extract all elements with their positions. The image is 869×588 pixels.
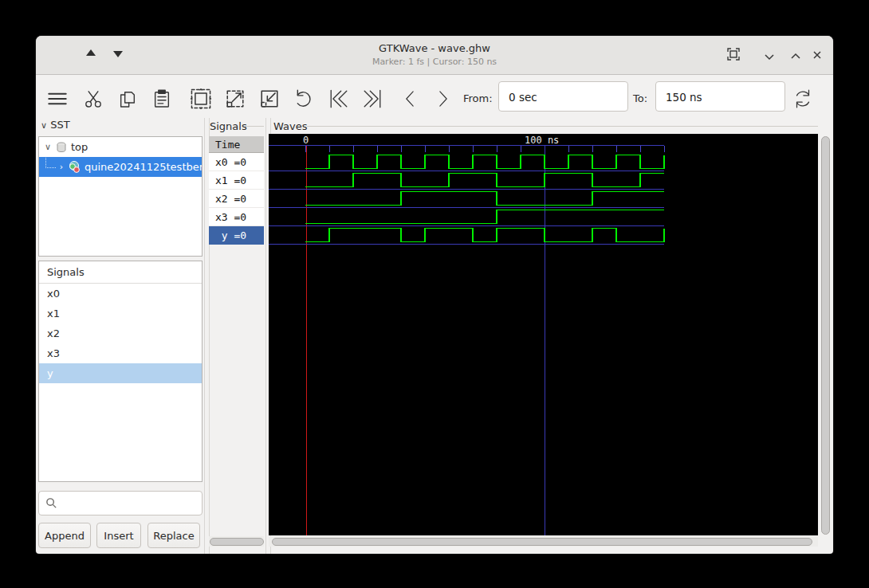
sst-expander-icon: ∨ <box>41 120 47 131</box>
search-icon <box>45 497 57 509</box>
gtkwave-window: GTKWave - wave.ghw Marker: 1 fs | Cursor… <box>36 36 833 554</box>
signal-list-item-y[interactable]: y <box>39 363 202 383</box>
tree-item-label: quine20241125testbench <box>85 161 202 173</box>
waves-frame-line <box>307 126 818 127</box>
skip-to-start-button[interactable] <box>324 84 353 113</box>
names-hscrollbar-track[interactable] <box>209 536 264 547</box>
trace-x3 <box>305 210 664 224</box>
tree-guide-line <box>45 158 56 168</box>
names-frame-label: Signals <box>210 120 247 132</box>
timeline-label-0: 0 <box>303 135 309 146</box>
chevron-right-icon <box>433 87 454 111</box>
titlebar[interactable]: GTKWave - wave.ghw Marker: 1 fs | Cursor… <box>36 36 833 75</box>
from-input[interactable]: 0 sec <box>498 81 628 112</box>
signal-list-item-x3[interactable]: x3 <box>39 343 202 363</box>
undo-icon <box>291 87 315 111</box>
scissors-icon <box>81 87 105 111</box>
step-right-button[interactable] <box>429 84 458 113</box>
clipboard-paste-icon <box>150 87 174 111</box>
signal-list-item-x1[interactable]: x1 <box>39 304 202 323</box>
signal-value-row[interactable]: x3 =0 <box>209 208 264 226</box>
sst-tree-panel: ∨ top › quine20241125testbench <box>38 136 203 257</box>
zoom-in-button[interactable] <box>221 84 250 113</box>
to-label: To: <box>633 92 647 104</box>
search-input[interactable] <box>38 491 203 515</box>
tree-item-testbench[interactable]: › quine20241125testbench <box>39 157 202 177</box>
waves-vscrollbar-thumb[interactable] <box>821 136 830 535</box>
trace-y <box>305 229 664 242</box>
replace-button[interactable]: Replace <box>147 523 200 548</box>
names-panel: Time x0 =0x1 =0x2 =0x3 =0 y =0 <box>209 136 264 245</box>
waves-hscrollbar-track[interactable] <box>269 536 818 547</box>
zoom-out-button[interactable] <box>255 84 284 113</box>
signal-value-row[interactable]: x0 =0 <box>209 153 264 171</box>
waves-vscrollbar-track[interactable] <box>820 135 831 535</box>
names-frame-line <box>245 126 264 127</box>
marker-cursor-status: Marker: 1 fs | Cursor: 150 ns <box>36 57 833 67</box>
waves-hscrollbar-thumb[interactable] <box>272 538 812 546</box>
skip-end-icon <box>360 86 385 112</box>
menu-button[interactable] <box>43 84 72 113</box>
zoom-fit-icon <box>188 86 214 112</box>
trace-x0 <box>305 155 664 169</box>
signal-value-row[interactable]: x2 =0 <box>209 190 264 208</box>
hamburger-menu-icon <box>45 86 70 112</box>
signal-value-row[interactable]: y =0 <box>209 226 264 245</box>
copy-button[interactable] <box>113 84 142 113</box>
trace-x1 <box>305 174 664 187</box>
timeline-label-100ns: 100 ns <box>525 135 559 146</box>
time-column-header[interactable]: Time <box>209 136 264 153</box>
undo-button[interactable] <box>289 84 317 113</box>
reload-icon <box>791 87 815 111</box>
append-button[interactable]: Append <box>38 523 91 548</box>
skip-to-end-button[interactable] <box>358 84 387 113</box>
signal-search-list-panel: Signals x0x1x2x3y <box>38 261 203 482</box>
toolbar: From: 0 sec To: 150 ns <box>36 75 833 118</box>
minimize-button[interactable] <box>764 49 775 65</box>
hierarchy-icon <box>68 160 81 174</box>
to-input[interactable]: 150 ns <box>655 81 785 112</box>
zoom-in-icon <box>222 86 248 112</box>
fullscreen-icon <box>726 47 741 61</box>
signal-name-rows: x0 =0x1 =0x2 =0x3 =0 y =0 <box>209 153 264 245</box>
waveform-plot: 0100 ns <box>269 134 818 535</box>
wave-canvas[interactable]: 0100 ns <box>269 134 818 535</box>
names-hscrollbar-thumb[interactable] <box>210 538 264 546</box>
chevron-down-icon <box>764 52 775 61</box>
close-icon <box>812 49 823 61</box>
zoom-fit-button[interactable] <box>187 84 215 113</box>
module-icon <box>55 141 68 154</box>
chevron-up-icon <box>790 52 801 61</box>
signal-list: x0x1x2x3y <box>39 284 202 383</box>
maximize-button[interactable] <box>790 49 801 65</box>
copy-icon <box>116 87 140 111</box>
expander-open-icon[interactable]: ∨ <box>42 142 53 152</box>
expander-closed-icon[interactable]: › <box>56 162 67 172</box>
from-label: From: <box>463 92 493 104</box>
chevron-left-icon <box>399 87 420 111</box>
signal-value-row[interactable]: x1 =0 <box>209 171 264 190</box>
skip-start-icon <box>326 86 352 112</box>
tree-item-label: top <box>71 141 88 153</box>
signal-list-item-x0[interactable]: x0 <box>39 284 202 304</box>
tree-item-top[interactable]: ∨ top <box>39 137 202 157</box>
paste-button[interactable] <box>147 84 176 113</box>
sst-frame-label: SST <box>50 119 69 131</box>
step-left-button[interactable] <box>395 84 424 113</box>
window-title: GTKWave - wave.ghw <box>36 42 833 54</box>
waves-frame-label: Waves <box>273 120 307 132</box>
signal-list-header: Signals <box>39 261 202 284</box>
reload-button[interactable] <box>788 84 817 113</box>
trace-x2 <box>305 192 664 206</box>
insert-button[interactable]: Insert <box>96 523 141 548</box>
signal-list-item-x2[interactable]: x2 <box>39 323 202 343</box>
cut-button[interactable] <box>79 84 108 113</box>
sst-frame-header[interactable]: ∨ SST <box>41 119 70 131</box>
zoom-out-icon <box>257 86 282 112</box>
fullscreen-toggle-button[interactable] <box>726 47 741 65</box>
close-button[interactable] <box>812 49 823 64</box>
